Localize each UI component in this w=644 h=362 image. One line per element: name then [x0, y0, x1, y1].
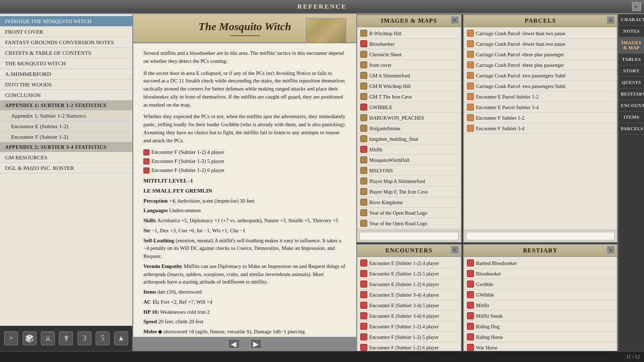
list-item[interactable]: Mitflit Sneak	[464, 311, 617, 321]
list-item[interactable]: Player Map A Shimmerford	[357, 176, 461, 187]
sidebar-item[interactable]: INTO THE WOODS	[0, 79, 132, 90]
sidebar-item[interactable]: CONCLUSION	[0, 90, 132, 101]
list-item[interactable]: Encounter E Parcel Subtier 1-2	[464, 92, 617, 102]
images-maps-search-input[interactable]	[359, 232, 459, 240]
list-item[interactable]: Encounter F Subtier 3-4	[464, 123, 617, 134]
sidebar-item[interactable]: FANTASY GROUNDS CONVERSION NOTES	[0, 37, 132, 48]
list-item[interactable]: Encounter F (Subtier 1-2) 6 player	[357, 342, 461, 351]
list-item[interactable]: front cover	[357, 60, 461, 70]
doc-prev-button[interactable]: ◀	[228, 339, 240, 349]
stat-block-entry: HP 10; Weaknesses cold iron 2	[143, 308, 346, 316]
list-item[interactable]: Encounter E (Subtier 3-4) 5 player	[357, 300, 461, 311]
item-icon	[467, 270, 474, 277]
parcels-search[interactable]	[464, 230, 617, 242]
list-item[interactable]: Player Map F, The Iron Cave	[357, 187, 461, 197]
doc-next-button[interactable]: ▶	[250, 339, 262, 349]
list-item[interactable]: Encounter F (Subtier 1-2) 5 player	[357, 332, 461, 342]
encounter-item[interactable]: Encounter F (Subtier 1-2) 4 player	[143, 148, 346, 156]
nav-button-images-&-map[interactable]: Images & Map	[619, 37, 644, 54]
arrow-button[interactable]: ▲	[114, 331, 128, 345]
list-item[interactable]: War Horse	[464, 342, 617, 351]
list-item[interactable]: kingdom_building_final	[357, 134, 461, 144]
stat-block-entry: MITFLIT LEVEL -1	[143, 176, 346, 185]
list-item[interactable]: GWIBBLE	[357, 102, 461, 113]
sidebar-item[interactable]: OGL & PAIZO INC. ROSTER	[0, 163, 132, 173]
list-item[interactable]: Chronicle Sheet	[357, 49, 461, 60]
list-item[interactable]: Encounter E (Subtier 3-4) 6 player	[357, 311, 461, 321]
parcels-search-input[interactable]	[466, 232, 615, 240]
list-item[interactable]: HARUKWON_PEACHES	[357, 113, 461, 123]
list-item[interactable]: Encounter E (Subtier 1-2) 4 player	[357, 258, 461, 268]
topbar-close-button[interactable]: ×	[632, 2, 641, 11]
list-item[interactable]: Carriage Crash Parcel -fewer than two pa…	[464, 28, 617, 39]
nav-button-characters[interactable]: Characters	[619, 14, 644, 26]
item-icon	[467, 30, 474, 37]
sidebar-item[interactable]: Encounter E (Subtier 1-2)	[0, 121, 132, 132]
dagger-button[interactable]: 🗡	[59, 331, 73, 345]
encounter-item[interactable]: Encounter F (Subtier 1-2) 6 player	[143, 166, 346, 174]
item-icon	[360, 199, 367, 206]
sidebar-item[interactable]: CREDITS & TABLE OF CONTENTS	[0, 48, 132, 58]
list-item[interactable]: Mitflit	[464, 300, 617, 311]
sidebar-item[interactable]: A.SHIMMERFORD	[0, 69, 132, 79]
list-item[interactable]: Gwibble	[464, 279, 617, 290]
list-item[interactable]: Encounter F Subtier 1-2	[464, 113, 617, 123]
list-item[interactable]: Carriage Crash Parcel -three plus passen…	[464, 49, 617, 60]
sword-button[interactable]: ⚔	[41, 331, 55, 345]
list-item[interactable]: MosquitoWitchDoll	[357, 155, 461, 165]
list-item[interactable]: B Witchtop Hill	[357, 28, 461, 39]
bestiary-close[interactable]: ×	[607, 246, 615, 254]
list-item[interactable]: Encounter E (Subtier 1-2) 5 player	[357, 268, 461, 279]
list-item[interactable]: Year of the Open Road Logo	[357, 218, 461, 229]
list-item[interactable]: Mitflit	[357, 144, 461, 155]
sidebar-item[interactable]: APPENDIX 2: SUBTIER 3-4 STATISTICS	[0, 142, 132, 152]
list-item[interactable]: Riding Dog	[464, 321, 617, 332]
sidebar-item[interactable]: Appendix 1: Subtier 1-2 Statistics	[0, 111, 132, 121]
nav-button-parcels[interactable]: Parcels	[619, 123, 644, 135]
nav-button-notes[interactable]: Notes	[619, 26, 644, 37]
parcels-close[interactable]: ×	[607, 16, 615, 24]
list-item[interactable]: MSLYONS	[357, 165, 461, 176]
sidebar-item[interactable]: FFD0102E THE MOSQUITO WITCH	[0, 16, 132, 27]
sidebar-item[interactable]: FRONT COVER	[0, 27, 132, 37]
encounters-close[interactable]: ×	[451, 246, 459, 254]
nav-button-bestiary[interactable]: Bestiary	[619, 88, 644, 100]
list-item[interactable]: Encounter E (Subtier 3-4) 4 player	[357, 290, 461, 300]
add-button[interactable]: +	[4, 331, 18, 345]
dice-button[interactable]: 🎲	[23, 331, 37, 345]
list-item[interactable]: Bloodseeker	[464, 268, 617, 279]
sidebar-item[interactable]: THE MOSQUITO WITCH	[0, 58, 132, 69]
list-item[interactable]: Encounter E (Subtier 1-2) 6 player	[357, 279, 461, 290]
count-5-button[interactable]: 5	[96, 331, 110, 345]
list-item[interactable]: GWibble	[464, 290, 617, 300]
images-maps-search[interactable]	[357, 230, 461, 242]
images-maps-close[interactable]: ×	[451, 16, 459, 24]
encounter-item[interactable]: Encounter F (Subtier 1-2) 5 player	[143, 157, 346, 165]
nav-button-tables[interactable]: Tables	[619, 54, 644, 65]
count-3-button[interactable]: 3	[77, 331, 92, 345]
list-item[interactable]: Carriage Crash Parcel -fewer than two pa…	[464, 39, 617, 49]
right-top: Images & Maps × B Witchtop HillBloodseek…	[356, 14, 618, 243]
list-item[interactable]: Bloodseeker	[357, 39, 461, 49]
sidebar-item[interactable]: APPENDIX 1: SUBTIER 1-2 STATISTICS	[0, 101, 132, 111]
sidebar-item[interactable]: GM RESOURCES	[0, 152, 132, 163]
list-item[interactable]: Encounter E Parcel Subtier 3-4	[464, 102, 617, 113]
list-item[interactable]: Year of the Open Road Logo	[357, 208, 461, 218]
list-item[interactable]: River Kingdoms	[357, 197, 461, 208]
list-item[interactable]: Barbed Bloodseeker	[464, 258, 617, 268]
list-item[interactable]: Carriage Crash Parcel -three plus passen…	[464, 60, 617, 70]
list-item[interactable]: GM B Witchtop Hill	[357, 81, 461, 92]
list-item[interactable]: Encounter F (Subtier 1-2) 4 player	[357, 321, 461, 332]
list-item[interactable]: Carriage Crash Parcel -two passengers Su…	[464, 81, 617, 92]
list-item[interactable]: GM T The Iron Cave	[357, 92, 461, 102]
nav-button-items[interactable]: Items	[619, 112, 644, 123]
sidebar-item[interactable]: Encounter F (Subtier 1-2)	[0, 132, 132, 142]
list-item[interactable]: Riding Horse	[464, 332, 617, 342]
nav-button-story[interactable]: Story	[619, 65, 644, 77]
list-item[interactable]: Carriage Crash Parcel -two passengers Su…	[464, 70, 617, 81]
nav-button-quests[interactable]: Quests	[619, 77, 644, 88]
list-item[interactable]: GM A Shimmerford	[357, 70, 461, 81]
nav-button-encounters[interactable]: Encounters	[619, 100, 644, 112]
stat-block-entry: Self-Loathing (emotion, mental) A mitfli…	[143, 237, 346, 260]
list-item[interactable]: HolgantsSmine	[357, 123, 461, 134]
